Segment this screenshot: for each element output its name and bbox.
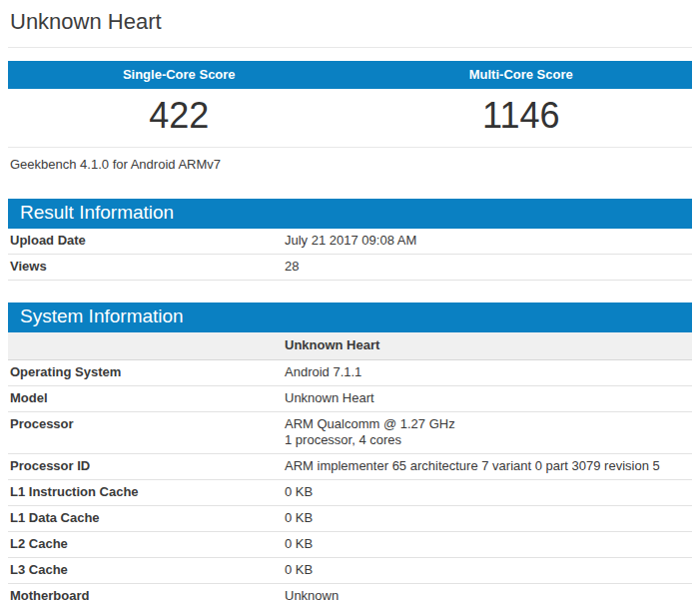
table-row: L3 Cache 0 KB xyxy=(8,558,692,584)
row-value: Unknown xyxy=(283,584,692,602)
system-information-header: System Information xyxy=(8,302,692,332)
geekbench-version-text: Geekbench 4.1.0 for Android ARMv7 xyxy=(8,148,692,172)
page-container: Unknown Heart Single-Core Score Multi-Co… xyxy=(0,0,700,602)
title-divider xyxy=(8,47,692,48)
table-row: Processor ID ARM implementer 65 architec… xyxy=(8,454,692,480)
row-value: July 21 2017 09:08 AM xyxy=(283,229,692,255)
table-subheader-row: Unknown Heart xyxy=(8,332,692,360)
table-row: Model Unknown Heart xyxy=(8,386,692,412)
single-core-score-value: 422 xyxy=(8,95,350,137)
multi-core-score-label: Multi-Core Score xyxy=(350,61,693,89)
table-row: Processor ARM Qualcomm @ 1.27 GHz 1 proc… xyxy=(8,412,692,454)
table-row: L1 Data Cache 0 KB xyxy=(8,506,692,532)
score-values: 422 1146 xyxy=(8,89,692,147)
row-label: L2 Cache xyxy=(8,532,283,558)
row-label: Processor ID xyxy=(8,454,283,480)
row-value: Android 7.1.1 xyxy=(283,360,692,386)
table-row: Upload Date July 21 2017 09:08 AM xyxy=(8,229,692,255)
table-row: Views 28 xyxy=(8,255,692,281)
row-label: Processor xyxy=(8,412,283,454)
subheader-empty-cell xyxy=(8,332,283,360)
row-label: L3 Cache xyxy=(8,558,283,584)
result-information-section: Result Information Upload Date July 21 2… xyxy=(8,199,692,281)
table-row: L2 Cache 0 KB xyxy=(8,532,692,558)
row-value: 0 KB xyxy=(283,506,692,532)
row-value: ARM Qualcomm @ 1.27 GHz 1 processor, 4 c… xyxy=(283,412,692,454)
table-row: Motherboard Unknown xyxy=(8,584,692,602)
multi-core-score-value: 1146 xyxy=(350,95,693,137)
table-row: L1 Instruction Cache 0 KB xyxy=(8,480,692,506)
row-value: 0 KB xyxy=(283,480,692,506)
system-information-section: System Information Unknown Heart Operati… xyxy=(8,302,692,602)
row-value: 0 KB xyxy=(283,532,692,558)
row-label: Operating System xyxy=(8,360,283,386)
row-value: 0 KB xyxy=(283,558,692,584)
result-information-table: Upload Date July 21 2017 09:08 AM Views … xyxy=(8,229,692,281)
device-name-subheader: Unknown Heart xyxy=(283,332,692,360)
row-value: ARM implementer 65 architecture 7 varian… xyxy=(283,454,692,480)
row-label: L1 Instruction Cache xyxy=(8,480,283,506)
system-information-table: Unknown Heart Operating System Android 7… xyxy=(8,332,692,602)
result-information-header: Result Information xyxy=(8,199,692,229)
row-label: Model xyxy=(8,386,283,412)
row-label: Views xyxy=(8,255,283,281)
row-value: 28 xyxy=(283,255,692,281)
row-label: Motherboard xyxy=(8,584,283,602)
row-label: Upload Date xyxy=(8,229,283,255)
table-row: Operating System Android 7.1.1 xyxy=(8,360,692,386)
page-title: Unknown Heart xyxy=(8,0,692,47)
row-value: Unknown Heart xyxy=(283,386,692,412)
single-core-score-label: Single-Core Score xyxy=(8,61,350,89)
score-banner: Single-Core Score Multi-Core Score xyxy=(8,61,692,89)
row-label: L1 Data Cache xyxy=(8,506,283,532)
